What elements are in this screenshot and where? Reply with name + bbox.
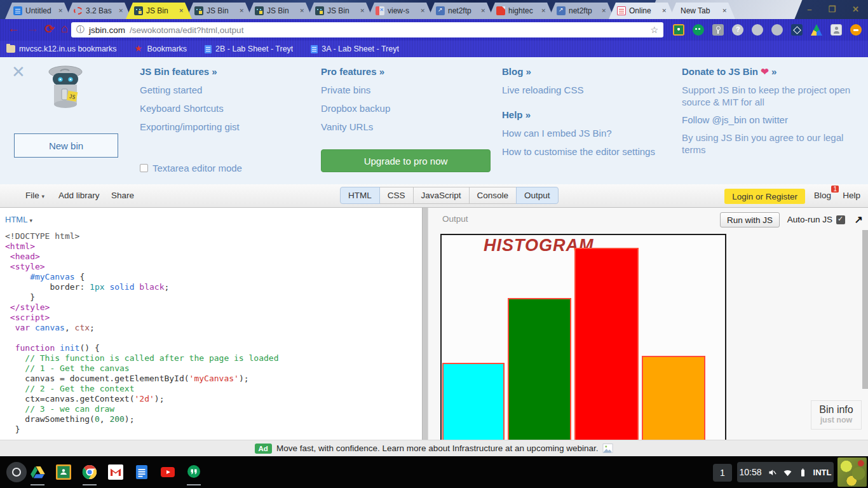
page-info-icon[interactable]: ⓘ	[76, 24, 85, 36]
hangouts-extension-icon[interactable]	[693, 24, 704, 36]
tab-close-icon[interactable]: ✕	[58, 8, 63, 14]
youtube-shelf-icon[interactable]	[160, 464, 175, 480]
welcome-close-icon[interactable]: ✕	[11, 62, 25, 82]
minimize-icon[interactable]: –	[807, 4, 811, 14]
orange-minus-extension-icon[interactable]	[850, 24, 862, 36]
classroom-shelf-icon[interactable]	[56, 464, 71, 480]
bookmark-item[interactable]: Bookmarks	[135, 44, 187, 53]
ad-badge[interactable]: Ad	[255, 444, 272, 454]
upgrade-pro-button[interactable]: Upgrade to pro now	[321, 149, 491, 172]
circle-a-extension-icon[interactable]	[732, 24, 743, 36]
donate-legal-text[interactable]: By using JS Bin you agree to our legal t…	[682, 132, 852, 156]
gmail-shelf-icon[interactable]	[108, 464, 123, 480]
browser-tab-js-bin[interactable]: JS Bin✕	[126, 3, 192, 19]
ad-text[interactable]: Move fast, with confidence. Learn more a…	[276, 444, 599, 453]
back-icon[interactable]: ←	[8, 22, 20, 36]
features-heading[interactable]: JS Bin features »	[140, 66, 240, 77]
welcome-link[interactable]: How can I embed JS Bin?	[502, 128, 655, 139]
donate-support-text[interactable]: Support JS Bin to keep the project open …	[682, 84, 852, 108]
tab-close-icon[interactable]: ✕	[601, 8, 606, 14]
diamond-extension-icon[interactable]	[791, 24, 803, 36]
docs-shelf-icon[interactable]	[134, 464, 149, 480]
tab-close-icon[interactable]: ✕	[420, 8, 425, 14]
bookmark-star-icon[interactable]: ☆	[650, 25, 658, 35]
notification-badge[interactable]: 1	[713, 464, 732, 482]
panel-tab-output[interactable]: Output	[516, 187, 559, 204]
tab-close-icon[interactable]: ✕	[480, 8, 485, 14]
panel-tab-css[interactable]: CSS	[379, 187, 414, 204]
browser-tab-js-bin[interactable]: JS Bin✕	[307, 3, 373, 19]
welcome-link[interactable]: Getting started	[140, 85, 240, 95]
home-icon[interactable]: ⌂	[61, 22, 68, 36]
bin-info-box[interactable]: Bin info just now	[811, 400, 862, 430]
help-link[interactable]: Help	[843, 191, 860, 200]
add-library-menu[interactable]: Add library	[58, 191, 100, 200]
launcher-icon[interactable]	[6, 462, 27, 482]
tab-close-icon[interactable]: ✕	[118, 8, 123, 14]
welcome-link[interactable]: Dropbox backup	[321, 103, 390, 114]
browser-tab-net2ftp[interactable]: net2ftp✕	[428, 3, 494, 19]
browser-tab-net2ftp[interactable]: net2ftp✕	[548, 3, 614, 19]
html-editor-panel[interactable]: HTML ▾ <!DOCTYPE html><html> <head> <sty…	[0, 208, 422, 440]
account-avatar[interactable]	[837, 458, 867, 487]
panel-tab-console[interactable]: Console	[469, 187, 517, 204]
output-scrollbar[interactable]	[862, 230, 868, 389]
address-bar[interactable]: ⓘ jsbin.com /sewokotoma/edit?html,output…	[71, 22, 663, 37]
close-icon[interactable]: ✕	[852, 4, 859, 14]
reload-icon[interactable]: ⟳	[44, 22, 55, 36]
pro-heading[interactable]: Pro features »	[321, 66, 390, 77]
file-menu[interactable]: File ▾	[25, 191, 44, 200]
tab-close-icon[interactable]: ✕	[239, 8, 244, 14]
bookmark-item[interactable]: 2B - Lab Sheet - Treyt	[205, 44, 293, 53]
browser-tab-untitled[interactable]: Untitled✕	[5, 3, 71, 19]
textarea-mode-checkbox[interactable]	[140, 164, 148, 172]
status-tray[interactable]: 10:58 INTL	[737, 462, 834, 482]
blog-heading[interactable]: Blog »	[502, 66, 655, 77]
browser-tab-js-bin[interactable]: JS Bin✕	[247, 3, 313, 19]
tab-close-icon[interactable]: ✕	[299, 8, 304, 14]
html-panel-label[interactable]: HTML ▾	[5, 215, 32, 224]
welcome-link[interactable]: Exporting/importing gist	[140, 121, 240, 132]
drive-shelf-icon[interactable]	[30, 464, 45, 480]
panel-resizer[interactable]	[422, 208, 428, 440]
open-output-window-icon[interactable]: ↗	[855, 214, 863, 226]
help-heading[interactable]: Help »	[502, 109, 655, 120]
welcome-link[interactable]: Private bins	[321, 85, 390, 95]
bookmark-item[interactable]: 3A - Lab Sheet - Treyt	[311, 44, 399, 53]
tab-close-icon[interactable]: ✕	[661, 8, 667, 14]
blog-link[interactable]: Blog 1	[814, 191, 831, 200]
person-extension-icon[interactable]	[831, 24, 842, 36]
autorun-checkbox[interactable]	[836, 215, 845, 224]
tab-close-icon[interactable]: ✕	[722, 8, 727, 14]
browser-tab-hightec[interactable]: hightec✕	[488, 3, 554, 19]
welcome-link[interactable]: Vanity URLs	[321, 121, 390, 132]
panel-tab-javascript[interactable]: JavaScript	[413, 187, 470, 204]
tab-close-icon[interactable]: ✕	[179, 8, 184, 14]
bookmark-item[interactable]: mvcsc.k12.in.us bookmarks	[6, 44, 117, 53]
tab-close-icon[interactable]: ✕	[541, 8, 546, 14]
hangouts-shelf-icon[interactable]	[186, 464, 201, 480]
run-with-js-button[interactable]: Run with JS	[720, 212, 780, 227]
login-register-button[interactable]: Login or Register	[724, 189, 805, 204]
welcome-link[interactable]: Keyboard Shortcuts	[140, 103, 240, 114]
welcome-link[interactable]: How to customise the editor settings	[502, 146, 655, 157]
browser-tab-view-s[interactable]: view-s✕	[367, 3, 433, 19]
circle-c-extension-icon[interactable]	[771, 24, 783, 36]
restore-icon[interactable]: ❐	[828, 4, 836, 14]
circle-b-extension-icon[interactable]	[752, 24, 763, 36]
tab-close-icon[interactable]: ✕	[360, 8, 365, 14]
donate-heading[interactable]: Donate to JS Bin ❤ »	[682, 66, 852, 78]
new-bin-button[interactable]: New bin	[14, 133, 118, 158]
browser-tab-3-2-bas[interactable]: 3.2 Bas✕	[65, 3, 132, 19]
browser-tab-new-tab[interactable]: New Tab✕	[669, 3, 735, 19]
donate-follow-link[interactable]: Follow @js_bin on twitter	[682, 114, 852, 125]
share-menu[interactable]: Share	[111, 191, 134, 200]
drive-extension-icon[interactable]	[811, 24, 822, 36]
code-area[interactable]: <!DOCTYPE html><html> <head> <style> #my…	[5, 231, 278, 435]
forward-icon[interactable]: →	[27, 22, 39, 36]
key-extension-icon[interactable]	[712, 24, 724, 36]
browser-tab-online[interactable]: Online✕	[609, 3, 675, 19]
panel-tab-html[interactable]: HTML	[340, 187, 380, 204]
chrome-shelf-icon[interactable]	[82, 464, 97, 480]
browser-tab-js-bin[interactable]: JS Bin✕	[186, 3, 252, 19]
